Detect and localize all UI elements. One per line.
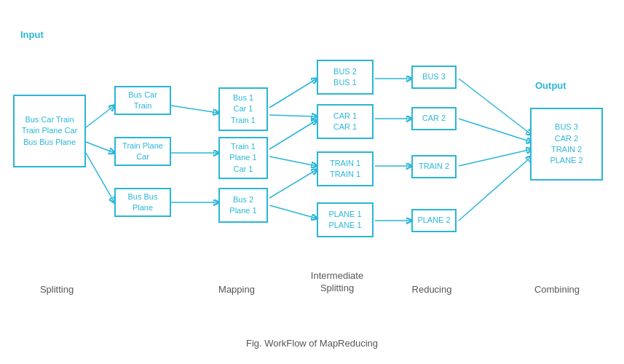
stage-inter-splitting: Intermediate Splitting (297, 270, 377, 295)
svg-line-7 (269, 115, 317, 116)
svg-line-1 (86, 142, 114, 153)
stage-mapping: Mapping (204, 284, 269, 295)
svg-line-18 (459, 149, 532, 166)
inter2-box: CAR 1 CAR 1 (317, 104, 374, 139)
diagram: Input Output Bus Car Train Train Plane C… (0, 0, 624, 335)
reduce1-box: BUS 3 (411, 66, 457, 89)
stage-combining: Combining (517, 284, 597, 295)
svg-line-8 (269, 120, 317, 149)
input-label: Input (20, 29, 44, 40)
split3-box: Bus Bus Plane (114, 188, 171, 217)
svg-line-2 (86, 153, 114, 202)
svg-line-9 (269, 157, 317, 166)
split1-box: Bus Car Train (114, 86, 171, 115)
output-box: BUS 3 CAR 2 TRAIN 2 PLANE 2 (530, 108, 603, 181)
stage-reducing: Reducing (399, 284, 465, 295)
split2-box: Train Plane Car (114, 137, 171, 166)
stage-splitting: Splitting (20, 284, 93, 295)
svg-line-11 (269, 205, 317, 218)
fig-caption: Fig. WorkFlow of MapReducing (0, 338, 624, 349)
svg-line-0 (86, 106, 114, 127)
svg-line-3 (171, 106, 218, 113)
reduce2-box: CAR 2 (411, 107, 457, 130)
inter3-box: TRAIN 1 TRAIN 1 (317, 151, 374, 186)
svg-line-16 (459, 79, 532, 135)
svg-line-19 (459, 157, 532, 221)
reduce4-box: PLANE 2 (411, 209, 457, 232)
inter1-box: BUS 2 BUS 1 (317, 60, 374, 95)
map3-box: Bus 2 Plane 1 (218, 188, 268, 223)
inter4-box: PLANE 1 PLANE 1 (317, 202, 374, 237)
input-box: Bus Car Train Train Plane Car Bus Bus Pl… (13, 95, 86, 167)
reduce3-box: TRAIN 2 (411, 155, 457, 178)
map2-box: Train 1 Plane 1 Car 1 (218, 137, 268, 179)
svg-line-6 (269, 79, 317, 108)
svg-line-10 (269, 170, 317, 198)
svg-line-17 (459, 119, 532, 142)
output-label: Output (535, 80, 566, 91)
map1-box: Bus 1 Car 1 Train 1 (218, 87, 268, 131)
